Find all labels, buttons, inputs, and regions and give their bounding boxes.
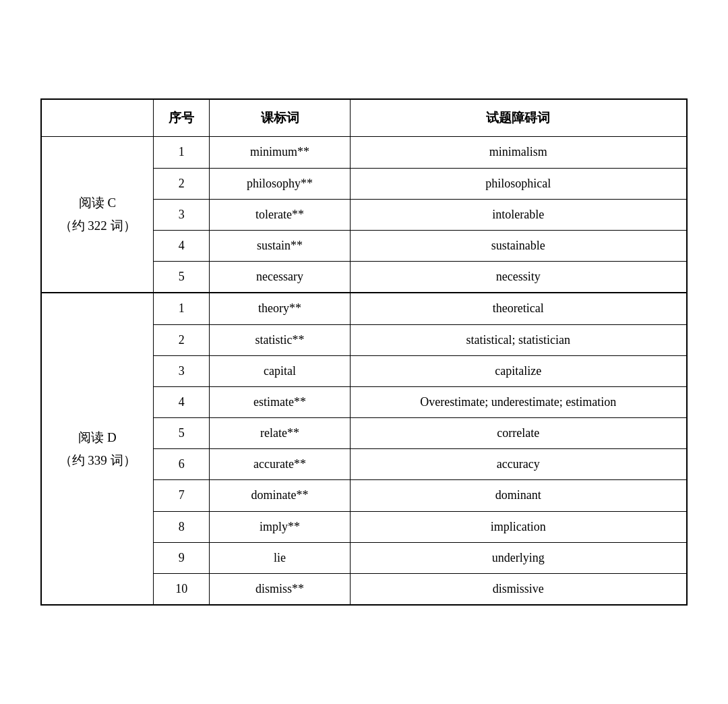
row-number: 5 (154, 418, 210, 449)
row-number: 2 (154, 168, 210, 199)
row-keyword: dismiss** (210, 574, 350, 606)
row-keyword: accurate** (210, 449, 350, 480)
header-keyword: 课标词 (210, 99, 350, 137)
row-obstacle: philosophical (350, 168, 687, 199)
row-number: 8 (154, 511, 210, 542)
row-obstacle: sustainable (350, 230, 687, 261)
row-obstacle: implication (350, 511, 687, 542)
row-number: 5 (154, 262, 210, 293)
table-row: 阅读 D（约 339 词）1theory**theoretical (41, 293, 687, 324)
row-keyword: capital (210, 355, 350, 386)
row-keyword: tolerate** (210, 199, 350, 230)
row-obstacle: minimalism (350, 137, 687, 168)
row-number: 4 (154, 230, 210, 261)
row-obstacle: Overestimate; underestimate; estimation (350, 386, 687, 417)
row-obstacle: necessity (350, 262, 687, 293)
row-number: 1 (154, 137, 210, 168)
row-obstacle: statistical; statistician (350, 324, 687, 355)
row-obstacle: correlate (350, 418, 687, 449)
row-keyword: sustain** (210, 230, 350, 261)
row-number: 6 (154, 449, 210, 480)
vocabulary-table: 序号 课标词 试题障碍词 阅读 C（约 322 词）1minimum**mini… (40, 98, 688, 606)
header-number: 序号 (154, 99, 210, 137)
row-keyword: lie (210, 542, 350, 573)
row-number: 10 (154, 574, 210, 606)
row-keyword: statistic** (210, 324, 350, 355)
row-keyword: philosophy** (210, 168, 350, 199)
header-obstacle: 试题障碍词 (350, 99, 687, 137)
row-number: 4 (154, 386, 210, 417)
row-number: 3 (154, 199, 210, 230)
row-obstacle: intolerable (350, 199, 687, 230)
section-label-1: 阅读 D（约 339 词） (41, 293, 154, 605)
row-keyword: minimum** (210, 137, 350, 168)
row-obstacle: underlying (350, 542, 687, 573)
row-obstacle: capitalize (350, 355, 687, 386)
row-number: 3 (154, 355, 210, 386)
row-keyword: estimate** (210, 386, 350, 417)
row-keyword: dominate** (210, 480, 350, 511)
main-container: 序号 课标词 试题障碍词 阅读 C（约 322 词）1minimum**mini… (40, 98, 688, 606)
section-label-0: 阅读 C（约 322 词） (41, 137, 154, 293)
row-obstacle: accuracy (350, 449, 687, 480)
row-number: 2 (154, 324, 210, 355)
row-keyword: imply** (210, 511, 350, 542)
row-number: 1 (154, 293, 210, 324)
table-row: 阅读 C（约 322 词）1minimum**minimalism (41, 137, 687, 168)
row-number: 9 (154, 542, 210, 573)
row-number: 7 (154, 480, 210, 511)
row-keyword: theory** (210, 293, 350, 324)
row-keyword: necessary (210, 262, 350, 293)
row-obstacle: dominant (350, 480, 687, 511)
row-obstacle: dismissive (350, 574, 687, 606)
header-row: 序号 课标词 试题障碍词 (41, 99, 687, 137)
header-section (41, 99, 154, 137)
row-obstacle: theoretical (350, 293, 687, 324)
row-keyword: relate** (210, 418, 350, 449)
